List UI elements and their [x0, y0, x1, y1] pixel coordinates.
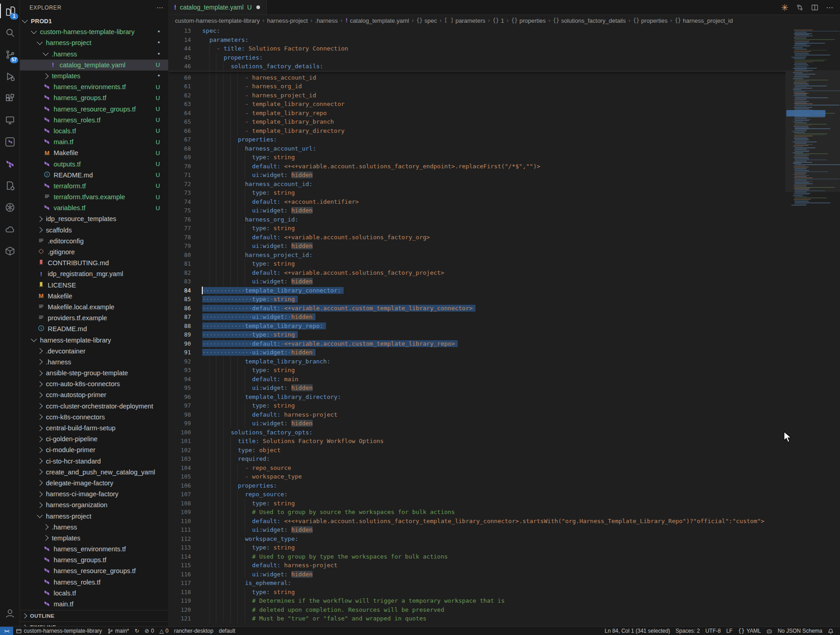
line-number[interactable]: 95	[169, 383, 191, 393]
line-number[interactable]: 78	[169, 233, 191, 242]
code-line-115[interactable]: 115 default: harness-project	[169, 561, 840, 570]
tree-folder-harness-project[interactable]: harness-project•	[20, 37, 168, 48]
tree-folder-harness-organization[interactable]: harness-organization	[20, 499, 168, 510]
tree-folder--harness[interactable]: .harness	[20, 522, 168, 533]
tree-file-harness-groups-tf[interactable]: harness_groups.tfU	[20, 92, 168, 103]
tree-file-license[interactable]: LICENSE	[20, 280, 168, 291]
line-number[interactable]: 80	[169, 251, 191, 260]
warnings-count[interactable]: △0	[157, 627, 171, 635]
default-context[interactable]: default	[216, 627, 238, 635]
tree-file-harness-groups-tf[interactable]: harness_groups.tf	[20, 554, 168, 565]
code-line-111[interactable]: 111 ui:widget: hidden	[169, 525, 840, 534]
line-number[interactable]: 83	[169, 277, 191, 286]
line-number[interactable]: 76	[169, 215, 191, 224]
line-number[interactable]: 104	[169, 464, 191, 473]
code-line-108[interactable]: 108 type: string	[169, 499, 840, 508]
line-number[interactable]: 99	[169, 419, 191, 428]
tree-folder-ansible-step-group-template[interactable]: ansible-step-group-template	[20, 368, 168, 378]
tree-file-outputs-tf[interactable]: outputs.tfU	[20, 158, 168, 169]
line-number[interactable]: 116	[169, 570, 191, 579]
tree-file-harness-roles-tf[interactable]: harness_roles.tf	[20, 577, 168, 588]
tree-file-harness-environments-tf[interactable]: harness_environments.tf	[20, 544, 168, 554]
open-changes-icon[interactable]	[796, 4, 804, 11]
tree-file-makefile-local-example[interactable]: Makefile.local.example	[20, 302, 168, 312]
line-number[interactable]: 120	[169, 605, 191, 615]
code-line-99[interactable]: 99 ui:widget: hidden	[169, 419, 840, 428]
breadcrumb-item-properties[interactable]: {}properties	[633, 17, 668, 24]
code-line-44[interactable]: 44 - title: Solutions Factory Connection	[169, 44, 840, 53]
line-number[interactable]: 81	[169, 259, 191, 268]
breadcrumb-item-catalog-template-yaml[interactable]: !catalog_template.yaml	[345, 17, 409, 24]
tree-folder-prod1[interactable]: PROD1	[20, 15, 168, 26]
line-number[interactable]: 65	[169, 117, 191, 126]
code-line-64[interactable]: 64 - template_library_repo	[169, 109, 840, 118]
explorer-more-actions-icon[interactable]: ⋯	[156, 4, 164, 12]
tree-folder--devcontainer[interactable]: .devcontainer	[20, 346, 168, 357]
breadcrumb-item--harness[interactable]: .harness	[315, 17, 338, 24]
extensions-icon[interactable]	[0, 87, 20, 109]
code-line-91[interactable]: 91··············ui:widget:·hidden	[169, 348, 840, 357]
tree-folder-templates[interactable]: templates	[20, 533, 168, 544]
tree-file-harness-resource-groups-tf[interactable]: harness_resource_groups.tfU	[20, 104, 168, 115]
tree-file-providers-tf-example[interactable]: providers.tf.example	[20, 312, 168, 323]
remote-indicator[interactable]: ><	[0, 627, 13, 635]
tree-file-makefile[interactable]: MMakefileU	[20, 147, 168, 158]
tree-folder-idp-resource-templates[interactable]: idp_resource_templates	[20, 213, 168, 224]
tree-folder-ci-golden-pipeline[interactable]: ci-golden-pipeline	[20, 433, 168, 444]
code-line-101[interactable]: 101 title: Solutions Factory Workflow Op…	[169, 437, 840, 446]
tree-file-terraform-tf[interactable]: terraform.tfU	[20, 181, 168, 192]
code-line-80[interactable]: 80 harness_project_id:	[169, 251, 840, 260]
line-number[interactable]: 96	[169, 393, 191, 402]
kubernetes-icon[interactable]	[0, 197, 20, 218]
tree-folder-harness-template-library[interactable]: harness-template-library	[20, 334, 168, 345]
code-line-105[interactable]: 105 - workspace_type	[169, 472, 840, 481]
code-line-46[interactable]: 46 solutions_factory_details:	[169, 62, 840, 71]
code-line-113[interactable]: 113 type: string	[169, 543, 840, 552]
errors-count[interactable]: ⊘0	[142, 627, 157, 635]
line-number[interactable]: 62	[169, 91, 191, 100]
breadcrumb-item-parameters[interactable]: [ ]parameters	[444, 17, 485, 24]
tree-folder--harness[interactable]: .harness	[20, 357, 168, 368]
code-line-96[interactable]: 96 template_library_directory:	[169, 393, 840, 402]
tree-folder-create-and-push-new-catalog-yaml[interactable]: create_and_push_new_catalog_yaml	[20, 467, 168, 478]
code-line-117[interactable]: 117 is_ephemeral:	[169, 579, 840, 588]
code-line-69[interactable]: 69 type: string	[169, 153, 840, 162]
line-number[interactable]: 88	[169, 322, 191, 331]
line-number[interactable]: 13	[169, 26, 191, 35]
code-line-93[interactable]: 93 type: string	[169, 366, 840, 375]
breadcrumb-item-properties[interactable]: {}properties	[511, 17, 546, 24]
eol[interactable]: LF	[724, 627, 735, 635]
git-branch[interactable]: main*	[105, 627, 132, 635]
code-line-120[interactable]: 120 # deleted upon completion. Resources…	[169, 605, 840, 615]
code-line-106[interactable]: 106 properties:	[169, 481, 840, 490]
code-line-90[interactable]: 90··············default:·<+variable.acco…	[169, 339, 840, 348]
line-number[interactable]: 74	[169, 197, 191, 207]
tree-file-main-tf[interactable]: main.tfU	[20, 136, 168, 147]
run-debug-icon[interactable]	[0, 66, 20, 87]
line-number[interactable]: 67	[169, 135, 191, 144]
code-line-92[interactable]: 92 template_library_branch:	[169, 357, 840, 366]
code-line-100[interactable]: 100 solutions_factory_opts:	[169, 428, 840, 437]
code-line-79[interactable]: 79 ui:widget: hidden	[169, 242, 840, 251]
code-line-66[interactable]: 66 - template_library_directory	[169, 126, 840, 136]
tree-folder-custom-harness-template-library[interactable]: custom-harness-template-library•	[20, 26, 168, 37]
code-line-81[interactable]: 81 type: string	[169, 259, 840, 268]
code-line-116[interactable]: 116 ui:widget: hidden	[169, 570, 840, 579]
tree-file-harness-resource-groups-tf[interactable]: harness_resource_groups.tf	[20, 565, 168, 576]
tab-modified-dot[interactable]	[256, 5, 260, 9]
line-number[interactable]: 118	[169, 588, 191, 597]
workspace-indicator[interactable]: custom-harness-template-library	[13, 627, 105, 635]
tree-folder-central-build-farm-setup[interactable]: central-build-farm-setup	[20, 423, 168, 433]
indentation[interactable]: Spaces: 2	[673, 627, 702, 635]
breadcrumb-item-1[interactable]: {}1	[493, 17, 504, 24]
tree-folder-ccm-autostop-primer[interactable]: ccm-autostop-primer	[20, 389, 168, 400]
line-number[interactable]: 98	[169, 410, 191, 419]
code-line-45[interactable]: 45 properties:	[169, 53, 840, 62]
code-line-118[interactable]: 118 type: string	[169, 588, 840, 597]
line-number[interactable]: 72	[169, 180, 191, 189]
code-line-70[interactable]: 70 default: <+<+variable.account.solutio…	[169, 162, 840, 171]
tree-file-harness-environments-tf[interactable]: harness_environments.tfU	[20, 81, 168, 92]
notifications-bell[interactable]	[825, 627, 836, 635]
code-line-73[interactable]: 73 type: string	[169, 188, 840, 197]
breadcrumb-item-solutions-factory-details[interactable]: {}solutions_factory_details	[553, 17, 626, 24]
